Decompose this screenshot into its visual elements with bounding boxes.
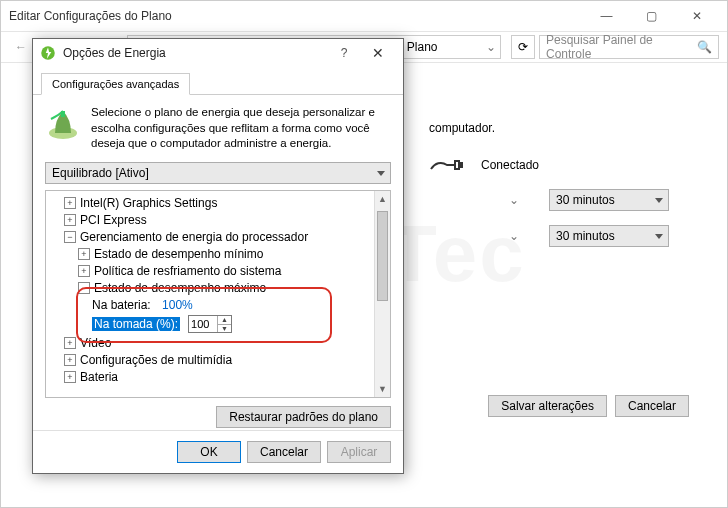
expand-icon[interactable]: +: [64, 337, 76, 349]
maximize-button[interactable]: ▢: [629, 2, 674, 30]
dialog-titlebar: Opções de Energia ? ✕: [33, 39, 403, 67]
tree-item-pci-express[interactable]: +PCI Express: [62, 212, 372, 229]
search-placeholder: Pesquisar Painel de Controle: [546, 33, 697, 61]
plug-icon: [429, 155, 465, 175]
battery-plan-icon: [45, 105, 81, 141]
dialog-cancel-button[interactable]: Cancelar: [247, 441, 321, 463]
setting-b-dropdown[interactable]: 30 minutos: [549, 225, 669, 247]
tree-item-max-performance-state[interactable]: −Estado de desempenho máximo: [76, 280, 372, 297]
setting-a-dropdown[interactable]: 30 minutos: [549, 189, 669, 211]
svg-rect-1: [459, 162, 463, 168]
intro-text: Selecione o plano de energia que deseja …: [91, 105, 391, 152]
scroll-down-button[interactable]: ▼: [375, 381, 390, 397]
dialog-close-button[interactable]: ✕: [359, 45, 397, 61]
plugged-in-input[interactable]: [189, 316, 217, 332]
connected-row: Conectado: [429, 155, 669, 175]
tree-item-cooling-policy[interactable]: +Política de resfriamento do sistema: [76, 263, 372, 280]
scroll-thumb[interactable]: [377, 211, 388, 301]
main-window-title: Editar Configurações do Plano: [9, 9, 584, 23]
on-battery-label: Na bateria:: [92, 298, 151, 312]
close-button[interactable]: ✕: [674, 2, 719, 30]
dropdown-row-a: ⌄ 30 minutos: [429, 189, 669, 211]
dialog-help-button[interactable]: ?: [329, 46, 359, 60]
on-battery-value[interactable]: 100%: [162, 298, 193, 312]
refresh-button[interactable]: ⟳: [511, 35, 535, 59]
scroll-up-button[interactable]: ▲: [375, 191, 390, 207]
tree-item-intel-graphics[interactable]: +Intel(R) Graphics Settings: [62, 195, 372, 212]
tree-scrollbar[interactable]: ▲ ▼: [374, 191, 390, 397]
tree-item-plugged-in[interactable]: Na tomada (%): ▲ ▼: [90, 314, 372, 335]
intro-block: Selecione o plano de energia que deseja …: [45, 105, 391, 152]
connected-label: Conectado: [481, 158, 539, 172]
expand-icon[interactable]: +: [64, 214, 76, 226]
apply-button[interactable]: Aplicar: [327, 441, 391, 463]
restore-plan-defaults-button[interactable]: Restaurar padrões do plano: [216, 406, 391, 428]
tree-item-processor-power-mgmt[interactable]: −Gerenciamento de energia do processador: [62, 229, 372, 246]
tab-advanced-settings[interactable]: Configurações avançadas: [41, 73, 190, 95]
tree-item-min-performance-state[interactable]: +Estado de desempenho mínimo: [76, 246, 372, 263]
chevron-down-icon[interactable]: ⌄: [509, 229, 519, 243]
spinner-down-button[interactable]: ▼: [218, 325, 231, 333]
spinner-buttons: ▲ ▼: [217, 316, 231, 332]
minimize-button[interactable]: —: [584, 2, 629, 30]
settings-tree: +Intel(R) Graphics Settings +PCI Express…: [45, 190, 391, 398]
energy-icon: [39, 44, 57, 62]
plugged-in-label: Na tomada (%):: [92, 317, 180, 331]
breadcrumb-dropdown-icon[interactable]: ⌄: [486, 40, 496, 54]
dialog-footer: OK Cancelar Aplicar: [33, 430, 403, 473]
dialog-title: Opções de Energia: [63, 46, 329, 60]
nav-back-button[interactable]: ←: [9, 35, 33, 59]
ok-button[interactable]: OK: [177, 441, 241, 463]
spinner-up-button[interactable]: ▲: [218, 316, 231, 325]
tree-item-multimedia[interactable]: +Configurações de multimídia: [62, 352, 372, 369]
expand-icon[interactable]: +: [78, 265, 90, 277]
plugged-in-spinner[interactable]: ▲ ▼: [188, 315, 232, 333]
search-icon: 🔍: [697, 40, 712, 54]
tree-item-video[interactable]: +Vídeo: [62, 335, 372, 352]
main-footer-buttons: Salvar alterações Cancelar: [488, 395, 689, 417]
expand-icon[interactable]: +: [78, 248, 90, 260]
chevron-down-icon[interactable]: ⌄: [509, 193, 519, 207]
main-cancel-button[interactable]: Cancelar: [615, 395, 689, 417]
plan-select-dropdown[interactable]: Equilibrado [Ativo]: [45, 162, 391, 184]
main-description-tail: computador.: [429, 121, 669, 135]
dropdown-row-b: ⌄ 30 minutos: [429, 225, 669, 247]
search-input[interactable]: Pesquisar Painel de Controle 🔍: [539, 35, 719, 59]
main-titlebar: Editar Configurações do Plano — ▢ ✕: [1, 1, 727, 31]
power-options-dialog: Opções de Energia ? ✕ Configurações avan…: [32, 38, 404, 474]
plan-select-value: Equilibrado [Ativo]: [52, 166, 149, 180]
tree-item-on-battery[interactable]: Na bateria: 100%: [90, 297, 372, 314]
collapse-icon[interactable]: −: [78, 282, 90, 294]
tabstrip: Configurações avançadas: [33, 67, 403, 95]
expand-icon[interactable]: +: [64, 197, 76, 209]
scroll-track[interactable]: [375, 207, 390, 381]
save-changes-button[interactable]: Salvar alterações: [488, 395, 607, 417]
expand-icon[interactable]: +: [64, 371, 76, 383]
tree-item-battery[interactable]: +Bateria: [62, 369, 372, 386]
expand-icon[interactable]: +: [64, 354, 76, 366]
collapse-icon[interactable]: −: [64, 231, 76, 243]
